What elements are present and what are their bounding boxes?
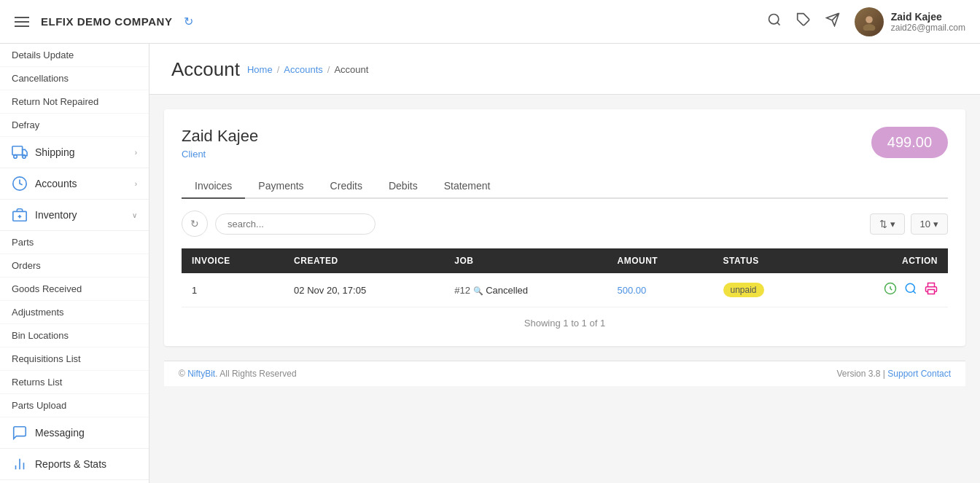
- sidebar-item-bin-locations[interactable]: Bin Locations: [0, 324, 149, 347]
- user-info: Zaid Kajee zaid26@gmail.com: [891, 11, 965, 33]
- accounts-chevron: ›: [135, 180, 137, 188]
- amount-link[interactable]: 500.00: [617, 285, 646, 296]
- user-area: Zaid Kajee zaid26@gmail.com: [855, 7, 965, 36]
- user-email: zaid26@gmail.com: [891, 23, 965, 33]
- sidebar-accounts-inner: Accounts: [12, 176, 77, 192]
- col-amount: AMOUNT: [607, 248, 712, 273]
- tab-statement[interactable]: Statement: [431, 174, 504, 199]
- sidebar-item-adjustments[interactable]: Adjustments: [0, 301, 149, 324]
- search-input[interactable]: [215, 213, 376, 235]
- breadcrumb-current: Account: [334, 64, 368, 75]
- tab-debits[interactable]: Debits: [376, 174, 431, 199]
- messaging-icon: [12, 425, 28, 441]
- shipping-label: Shipping: [35, 146, 75, 158]
- balance-badge: 499.00: [871, 127, 948, 158]
- sidebar-item-details-update[interactable]: Details Update: [0, 44, 149, 67]
- sidebar-inventory-inner: Inventory: [12, 207, 77, 223]
- svg-point-0: [769, 15, 778, 24]
- svg-rect-5: [12, 146, 23, 155]
- page-title-row: Account Home / Accounts / Account: [171, 58, 958, 81]
- top-navbar: ELFIX DEMO COMPANY ↻ Zaid Kajee zaid26@g…: [0, 0, 980, 44]
- inventory-chevron: ∨: [132, 211, 137, 219]
- sidebar-item-requisitions-list[interactable]: Requisitions List: [0, 347, 149, 371]
- status-badge: unpaid: [723, 283, 764, 297]
- tab-credits[interactable]: Credits: [317, 174, 376, 199]
- svg-point-3: [866, 16, 873, 23]
- company-name: ELFIX DEMO COMPANY: [41, 15, 172, 28]
- company-refresh-icon[interactable]: ↻: [184, 15, 193, 28]
- sidebar-item-defray[interactable]: Defray: [0, 114, 149, 137]
- sidebar-item-goods-received[interactable]: Goods Received: [0, 278, 149, 301]
- announcement-icon[interactable]: [825, 12, 840, 31]
- sort-chevron: ▾: [890, 219, 895, 229]
- breadcrumb-home[interactable]: Home: [247, 64, 273, 75]
- hamburger-menu[interactable]: [15, 17, 29, 27]
- refresh-button[interactable]: ↻: [182, 211, 208, 237]
- cell-job: #12 🔍 Cancelled: [444, 273, 607, 307]
- sidebar-item-parts-upload[interactable]: Parts Upload: [0, 394, 149, 417]
- messaging-label: Messaging: [35, 427, 85, 439]
- filter-right: ⇅ ▾ 10 ▾: [870, 213, 948, 235]
- breadcrumb-accounts[interactable]: Accounts: [284, 64, 322, 75]
- cell-action: [819, 273, 948, 307]
- sidebar-item-orders[interactable]: Orders: [0, 254, 149, 278]
- tab-payments[interactable]: Payments: [245, 174, 316, 199]
- col-invoice: INVOICE: [182, 248, 284, 273]
- col-job: JOB: [444, 248, 607, 273]
- sidebar-item-messaging[interactable]: Messaging: [0, 417, 149, 449]
- cell-created: 02 Nov 20, 17:05: [284, 273, 444, 307]
- sidebar-item-return-not-repaired[interactable]: Return Not Repaired: [0, 90, 149, 114]
- sidebar-messaging-inner: Messaging: [12, 425, 85, 441]
- footer-niftybit-link[interactable]: NiftyBit: [187, 369, 215, 379]
- cell-amount: 500.00: [607, 273, 712, 307]
- svg-point-6: [14, 155, 18, 159]
- account-type: Client: [182, 149, 258, 160]
- page-size-chevron: ▾: [933, 219, 938, 229]
- col-status: STATUS: [713, 248, 820, 273]
- svg-point-16: [906, 283, 914, 292]
- sidebar-item-returns-list[interactable]: Returns List: [0, 371, 149, 394]
- action-payment-icon[interactable]: [884, 282, 897, 298]
- invoices-table: INVOICE CREATED JOB AMOUNT STATUS ACTION…: [182, 248, 948, 307]
- account-section: Zaid Kajee Client 499.00 Invoices Paymen…: [164, 109, 965, 346]
- sidebar-reports-inner: Reports & Stats: [12, 456, 106, 472]
- inventory-label: Inventory: [35, 209, 77, 221]
- account-info: Zaid Kajee Client: [182, 127, 258, 160]
- svg-rect-18: [928, 290, 935, 294]
- sidebar-item-inventory[interactable]: Inventory ∨: [0, 200, 149, 231]
- topnav-right: Zaid Kajee zaid26@gmail.com: [767, 7, 965, 36]
- action-icons: [829, 282, 938, 298]
- tab-invoices[interactable]: Invoices: [182, 174, 245, 199]
- main-content: Account Home / Accounts / Account Zaid K…: [149, 44, 980, 483]
- reports-label: Reports & Stats: [35, 458, 106, 470]
- sidebar-item-reports-stats[interactable]: Reports & Stats: [0, 449, 149, 480]
- page-size-label: 10: [920, 219, 930, 229]
- action-print-icon[interactable]: [925, 282, 938, 298]
- job-status-text: Cancelled: [486, 285, 528, 296]
- search-icon[interactable]: [767, 12, 782, 31]
- footer-support-link[interactable]: Support Contact: [887, 369, 951, 379]
- page-header: Account Home / Accounts / Account: [149, 44, 980, 95]
- reports-icon: [12, 456, 28, 472]
- footer-version: Version 3.8 | Support Contact: [836, 369, 951, 379]
- sidebar-shipping-inner: Shipping: [12, 144, 75, 160]
- sidebar-item-cancellations[interactable]: Cancellations: [0, 67, 149, 90]
- page-size-button[interactable]: 10 ▾: [911, 213, 948, 235]
- action-view-icon[interactable]: [904, 282, 917, 298]
- sidebar-item-shipping[interactable]: Shipping ›: [0, 137, 149, 168]
- sidebar-item-parts[interactable]: Parts: [0, 231, 149, 254]
- sidebar-item-accounts[interactable]: Accounts ›: [0, 168, 149, 200]
- layout: Details Update Cancellations Return Not …: [0, 44, 980, 483]
- cell-status: unpaid: [713, 273, 820, 307]
- svg-line-1: [777, 23, 780, 25]
- job-search-icon: 🔍: [473, 286, 483, 295]
- filter-row: ↻ ⇅ ▾ 10 ▾: [182, 211, 948, 237]
- tag-icon[interactable]: [796, 12, 811, 31]
- topnav-left: ELFIX DEMO COMPANY ↻: [15, 15, 193, 28]
- showing-text: Showing 1 to 1 of 1: [182, 307, 948, 339]
- sort-button[interactable]: ⇅ ▾: [870, 213, 905, 235]
- breadcrumb-sep1: /: [277, 64, 280, 75]
- job-number[interactable]: #12: [454, 285, 470, 296]
- inventory-icon: [12, 207, 28, 223]
- cell-invoice: 1: [182, 273, 284, 307]
